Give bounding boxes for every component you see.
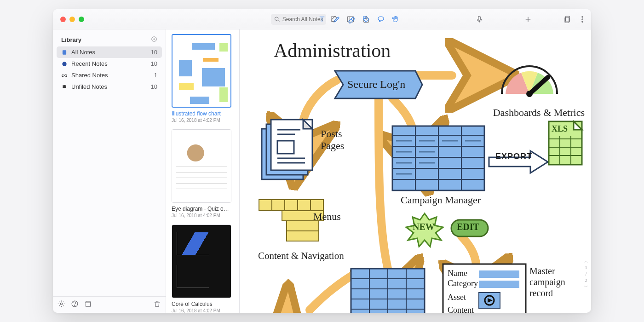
svg-point-7 — [378, 17, 384, 21]
note-card[interactable]: Illustrated flow chart Jul 16, 2018 at 4… — [172, 34, 234, 123]
label-export: EXPORT — [495, 152, 532, 161]
note-canvas[interactable]: Administration — [240, 29, 591, 313]
note-card[interactable]: Eye diagram - Quiz on M… Jul 16, 2018 at… — [172, 129, 234, 218]
sidebar-item-label: Unfiled Notes — [71, 83, 107, 90]
label-master: Master — [529, 266, 555, 276]
svg-point-20 — [62, 62, 66, 66]
add-button[interactable] — [524, 15, 532, 23]
svg-point-23 — [60, 303, 62, 305]
lasso-tool[interactable] — [377, 15, 385, 23]
label-new: NEW — [413, 222, 435, 232]
label-form-category: Category — [448, 279, 478, 288]
label-form-asset: Asset — [448, 293, 466, 302]
sidebar-item-label: Recent Notes — [71, 60, 108, 67]
settings-button[interactable] — [58, 300, 65, 310]
close-window-button[interactable] — [60, 17, 66, 22]
note-icon — [61, 49, 68, 56]
search-input[interactable] — [282, 16, 323, 23]
svg-point-22 — [63, 86, 66, 88]
svg-rect-19 — [63, 50, 66, 54]
eraser-tool[interactable] — [347, 15, 356, 23]
app-window: Library All Notes 10 Recent Notes 10 — [53, 9, 591, 313]
clock-icon — [61, 61, 68, 67]
help-button[interactable] — [71, 300, 79, 310]
fullscreen-window-button[interactable] — [79, 17, 84, 22]
svg-rect-8 — [478, 16, 481, 20]
svg-point-15 — [582, 21, 583, 22]
sidebar-item-count: 1 — [154, 72, 157, 79]
svg-point-69 — [526, 91, 533, 97]
svg-rect-38 — [287, 231, 319, 241]
note-thumbnail — [172, 224, 231, 298]
sidebar-item-count: 10 — [151, 60, 157, 67]
label-xls: XLS — [552, 124, 568, 134]
microphone-button[interactable] — [475, 15, 483, 23]
minimize-window-button[interactable] — [69, 17, 75, 22]
sidebar-item-shared-notes[interactable]: Shared Notes 1 — [57, 69, 162, 81]
label-dashboards: Dashboards & Metrics — [493, 107, 585, 119]
label-form-content: Content — [448, 305, 474, 313]
note-list[interactable]: Illustrated flow chart Jul 16, 2018 at 4… — [166, 29, 240, 313]
hand-tool[interactable] — [391, 15, 400, 23]
sidebar: Library All Notes 10 Recent Notes 10 — [53, 29, 166, 313]
note-date: Jul 16, 2018 at 4:02 PM — [172, 118, 234, 123]
svg-rect-78 — [479, 270, 519, 278]
window-controls — [60, 17, 166, 22]
titlebar — [53, 9, 591, 29]
sidebar-item-count: 10 — [151, 83, 157, 90]
note-date: Jul 16, 2018 at 4:02 PM — [172, 213, 234, 218]
svg-point-25 — [75, 305, 75, 305]
pages-button[interactable] — [564, 15, 572, 23]
note-thumbnail — [172, 34, 231, 108]
sidebar-footer — [53, 296, 166, 313]
label-pages: Pages — [321, 140, 344, 152]
page-indicator[interactable]: ︿ 1 / 2 ﹀ — [584, 258, 588, 290]
page-total: 2 — [584, 277, 588, 284]
sidebar-item-label: All Notes — [71, 49, 95, 56]
svg-point-13 — [582, 16, 583, 17]
tag-tool[interactable] — [362, 15, 370, 23]
label-menus: Menus — [313, 211, 341, 223]
add-library-button[interactable] — [151, 36, 157, 44]
svg-line-1 — [278, 20, 279, 21]
trash-button[interactable] — [153, 300, 161, 310]
note-date: Jul 16, 2018 at 4:02 PM — [172, 308, 234, 313]
note-title: Core of Calculus — [172, 301, 231, 307]
svg-rect-35 — [259, 200, 323, 211]
svg-point-0 — [275, 17, 278, 20]
note-thumbnail — [172, 129, 231, 203]
sidebar-item-label: Shared Notes — [71, 72, 108, 79]
library-header: Library — [61, 36, 81, 43]
search-icon — [274, 15, 281, 23]
label-content-nav: Content & Navigation — [258, 250, 344, 262]
svg-rect-79 — [479, 281, 519, 288]
page-current: 1 — [584, 264, 588, 271]
text-tool[interactable] — [318, 15, 326, 23]
label-edit: EDIT — [457, 222, 479, 232]
more-button[interactable] — [578, 15, 586, 23]
store-button[interactable] — [84, 300, 92, 310]
label-secure-login: Secure Log'n — [347, 78, 405, 91]
label-record: record — [529, 288, 553, 299]
label-form-name: Name — [448, 269, 467, 278]
sidebar-item-all-notes[interactable]: All Notes 10 — [57, 46, 162, 58]
label-campaign-mgr: Campaign Manager — [401, 194, 481, 206]
chevron-down-icon[interactable]: ﹀ — [584, 284, 588, 290]
label-campaign: campaign — [529, 277, 565, 288]
link-icon — [61, 72, 68, 79]
chevron-up-icon[interactable]: ︿ — [584, 258, 588, 264]
note-title: Eye diagram - Quiz on M… — [172, 206, 231, 212]
stack-icon — [61, 84, 68, 90]
svg-point-14 — [582, 18, 583, 19]
note-card[interactable]: Core of Calculus Jul 16, 2018 at 4:02 PM — [172, 224, 234, 313]
sidebar-item-unfiled-notes[interactable]: Unfiled Notes 10 — [57, 81, 162, 92]
note-title: Illustrated flow chart — [172, 110, 231, 117]
page-sep: / — [584, 271, 588, 277]
svg-rect-26 — [86, 303, 91, 306]
sidebar-item-count: 10 — [151, 49, 157, 56]
pen-tool[interactable] — [333, 15, 341, 23]
sidebar-item-recent-notes[interactable]: Recent Notes 10 — [57, 58, 162, 69]
svg-point-6 — [365, 18, 366, 19]
label-posts: Posts — [321, 128, 342, 140]
